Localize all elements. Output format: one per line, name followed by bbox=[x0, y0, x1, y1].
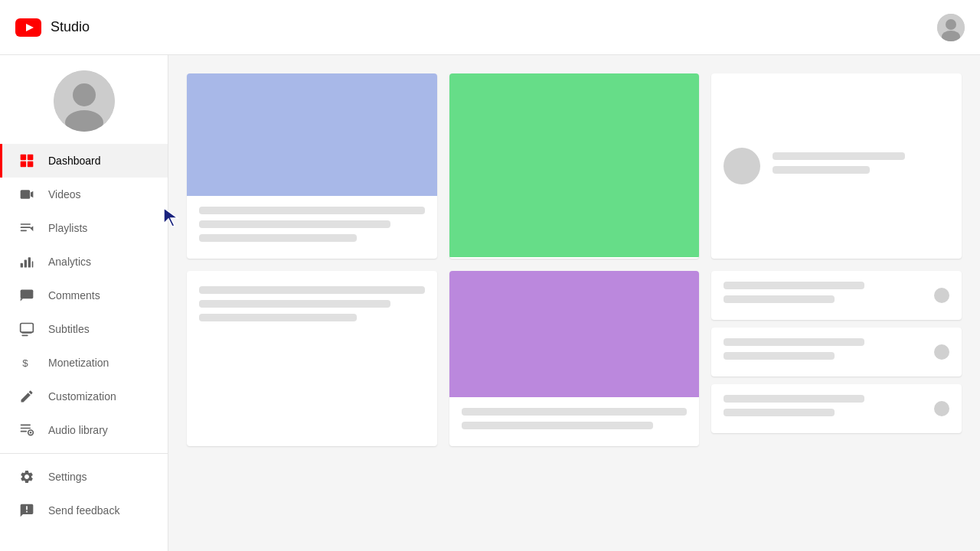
card-5[interactable] bbox=[449, 271, 700, 446]
playlists-svg bbox=[19, 220, 34, 236]
sidebar-item-comments[interactable]: Comments bbox=[0, 279, 168, 312]
svg-marker-13 bbox=[31, 191, 33, 197]
comments-svg bbox=[19, 288, 34, 303]
sidebar-item-subtitles[interactable]: Subtitles bbox=[0, 312, 168, 346]
card-2[interactable] bbox=[449, 73, 700, 259]
svg-rect-20 bbox=[28, 257, 31, 267]
dashboard-svg bbox=[19, 153, 34, 168]
small-list-dot bbox=[934, 288, 949, 303]
avatar-icon bbox=[937, 14, 965, 41]
customization-icon bbox=[18, 387, 36, 406]
svg-rect-25 bbox=[21, 332, 31, 334]
card-line bbox=[199, 234, 357, 242]
sidebar-item-label-videos: Videos bbox=[48, 188, 81, 201]
small-list-lines bbox=[724, 282, 925, 309]
audio-library-svg bbox=[19, 422, 34, 438]
sidebar-item-label-feedback: Send feedback bbox=[48, 504, 119, 517]
sidebar-nav: Dashboard Videos bbox=[0, 144, 168, 551]
analytics-svg bbox=[19, 254, 34, 269]
card-lines-content bbox=[187, 271, 437, 343]
card-2-thumbnail bbox=[449, 73, 700, 257]
list-card-avatar bbox=[724, 148, 760, 184]
videos-svg bbox=[19, 187, 34, 202]
sidebar-item-label-monetization: Monetization bbox=[48, 357, 109, 369]
sidebar-item-analytics[interactable]: Analytics bbox=[0, 245, 168, 279]
card-1-thumbnail bbox=[187, 73, 437, 196]
sidebar: Dashboard Videos bbox=[0, 55, 168, 551]
sidebar-item-playlists[interactable]: Playlists bbox=[0, 211, 168, 245]
youtube-icon bbox=[15, 18, 41, 37]
right-col-list bbox=[711, 271, 962, 446]
list-card-lines bbox=[773, 152, 949, 180]
sidebar-item-label-analytics: Analytics bbox=[48, 256, 91, 268]
sidebar-item-label-customization: Customization bbox=[48, 390, 116, 403]
small-list-line bbox=[724, 338, 864, 346]
sidebar-item-send-feedback[interactable]: Send feedback bbox=[0, 494, 168, 527]
small-list-line bbox=[724, 295, 834, 303]
card-1[interactable] bbox=[187, 73, 437, 259]
logo[interactable]: Studio bbox=[15, 18, 90, 37]
sidebar-item-customization[interactable]: Customization bbox=[0, 380, 168, 413]
small-list-item-1[interactable] bbox=[711, 271, 962, 320]
sidebar-item-dashboard[interactable]: Dashboard bbox=[0, 144, 168, 178]
svg-point-3 bbox=[946, 19, 956, 30]
subtitles-svg bbox=[19, 321, 34, 337]
card-1-lines bbox=[187, 196, 437, 259]
card-lines-only[interactable] bbox=[187, 271, 437, 446]
small-list-lines bbox=[724, 338, 925, 366]
subtitles-icon bbox=[18, 320, 36, 338]
profile-avatar-icon bbox=[54, 70, 115, 132]
svg-rect-8 bbox=[21, 155, 27, 161]
settings-icon bbox=[18, 468, 36, 486]
monetization-icon: $ bbox=[18, 354, 36, 372]
card-line bbox=[199, 220, 390, 228]
profile-avatar[interactable] bbox=[54, 70, 115, 132]
feedback-icon bbox=[18, 501, 36, 520]
small-list-item-3[interactable] bbox=[711, 384, 962, 433]
comments-icon bbox=[18, 286, 36, 305]
small-list-dot bbox=[934, 344, 949, 360]
audio-library-icon bbox=[18, 421, 36, 439]
card-line bbox=[199, 300, 390, 308]
sidebar-profile bbox=[0, 55, 168, 144]
settings-svg bbox=[19, 469, 34, 484]
small-list-line bbox=[724, 409, 834, 416]
sidebar-item-label-comments: Comments bbox=[48, 289, 100, 302]
sidebar-item-monetization[interactable]: $ Monetization bbox=[0, 346, 168, 380]
videos-icon bbox=[18, 185, 36, 204]
small-list-line bbox=[724, 395, 864, 403]
nav-divider bbox=[0, 453, 168, 454]
svg-rect-29 bbox=[21, 428, 31, 429]
small-list-lines bbox=[724, 395, 925, 422]
sidebar-item-label-playlists: Playlists bbox=[48, 222, 87, 234]
card-line bbox=[199, 286, 425, 294]
small-list-item-2[interactable] bbox=[711, 328, 962, 377]
sidebar-item-label-audio-library: Audio library bbox=[48, 424, 108, 436]
sidebar-item-videos[interactable]: Videos bbox=[0, 178, 168, 211]
svg-rect-12 bbox=[21, 190, 31, 199]
svg-point-32 bbox=[30, 432, 32, 434]
header-avatar[interactable] bbox=[937, 14, 965, 41]
svg-rect-14 bbox=[21, 223, 31, 225]
sidebar-item-audio-library[interactable]: Audio library bbox=[0, 413, 168, 447]
sidebar-item-settings[interactable]: Settings bbox=[0, 460, 168, 494]
card-profile[interactable] bbox=[711, 73, 962, 259]
svg-rect-16 bbox=[21, 230, 27, 232]
card-line bbox=[199, 207, 425, 214]
svg-marker-23 bbox=[21, 298, 23, 301]
svg-rect-26 bbox=[21, 335, 28, 337]
customization-svg bbox=[19, 389, 34, 404]
header: Studio bbox=[0, 0, 980, 55]
sidebar-item-label-subtitles: Subtitles bbox=[48, 323, 90, 335]
svg-rect-28 bbox=[21, 425, 31, 426]
svg-rect-30 bbox=[21, 431, 27, 432]
list-card-line bbox=[773, 152, 905, 160]
svg-rect-21 bbox=[32, 261, 34, 267]
small-list-line bbox=[724, 352, 834, 360]
youtube-logo bbox=[15, 18, 41, 37]
dashboard-icon bbox=[18, 152, 36, 170]
small-list-line bbox=[724, 282, 864, 289]
svg-marker-17 bbox=[30, 227, 33, 232]
sidebar-bottom: Settings Send feedback bbox=[0, 460, 168, 533]
svg-rect-24 bbox=[21, 324, 34, 333]
